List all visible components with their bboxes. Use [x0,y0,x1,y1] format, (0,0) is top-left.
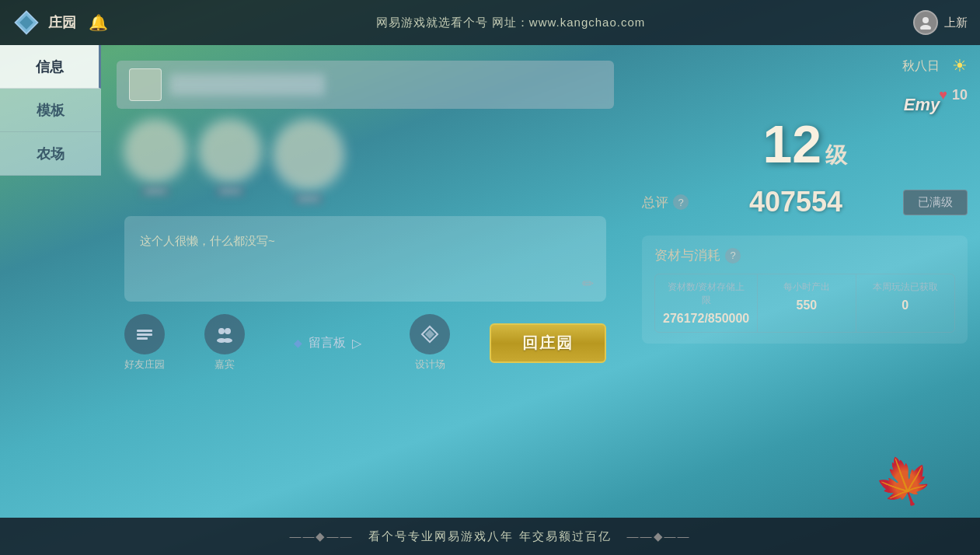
avatar-item-2: label [199,120,261,197]
diamond-icon: ◆ [294,337,302,349]
rating-row: 总评 ? 407554 已满级 [642,186,968,218]
avatar-img-1 [124,120,187,182]
emy-card: Emy [871,53,972,115]
svg-rect-5 [137,333,152,336]
sidebar-item-farm-label: 农场 [37,145,65,163]
sidebar-item-template[interactable]: 模板 [0,89,101,132]
max-level-badge: 已满级 [903,190,968,215]
avatar-item-3: label [274,120,344,205]
friend-manor-button[interactable]: 好友庄园 [124,314,165,372]
resource-storage-value: 276172/850000 [663,312,749,326]
sidebar-item-info-label: 信息 [36,58,64,76]
rating-label-group: 总评 ? [642,194,689,211]
rating-value: 407554 [749,186,842,218]
svg-point-3 [920,25,931,30]
avatar-label-2: label [215,185,244,197]
rating-label-text: 总评 [642,194,668,211]
avatar-item-1: label [124,120,187,197]
sidebar-item-template-label: 模板 [37,101,65,120]
top-banner-center-text: 网易游戏就选看个号 网址：www.kangchao.com [108,16,913,30]
resource-hourly-label: 每小时产出 [766,281,847,294]
resources-grid: 资材数/资材存储上限 276172/850000 每小时产出 550 本周玩法已… [654,274,955,333]
message-board-play-icon: ▷ [352,336,361,351]
svg-point-2 [922,17,929,23]
info-section: 秋八日 ☀ ♥ 10 12 级 总评 ? 407554 已满级 资材与消耗 ? [630,45,980,518]
friend-manor-icon [124,314,165,354]
bell-icon[interactable]: 🔔 [89,13,108,32]
bottom-banner-text: 看个号专业网易游戏八年 年交易额过百亿 [368,529,611,544]
action-buttons-row: 好友庄园 嘉宾 ◆ 留言板 ▷ 设计场 回庄园 [124,314,606,372]
logo-icon [12,9,40,37]
level-display: 12 级 [642,117,968,170]
sidebar-item-farm[interactable]: 农场 [0,132,101,176]
resources-section: 资材与消耗 ? 资材数/资材存储上限 276172/850000 每小时产出 5… [642,236,968,344]
svg-rect-6 [137,337,148,340]
banner-divider-right: ——◆—— [627,529,691,543]
sidebar-item-info[interactable]: 信息 [0,45,101,89]
resource-hourly-value: 550 [766,298,847,312]
account-icon[interactable] [913,10,938,35]
svg-point-8 [225,328,231,334]
guest-button[interactable]: 嘉宾 [204,314,245,372]
resource-cell-hourly: 每小时产出 550 [758,274,856,332]
bio-edit-icon[interactable]: ✏ [582,275,594,292]
main-content: label label label 这个人很懒，什么都没写~ ✏ 好友庄园 [101,45,980,518]
svg-point-7 [218,328,225,334]
profile-section: label label label 这个人很懒，什么都没写~ ✏ 好友庄园 [101,45,630,518]
sidebar: 信息 模板 农场 [0,45,101,518]
top-banner-right-label: 上新 [944,16,968,30]
design-icon [410,314,450,354]
svg-rect-4 [137,330,152,332]
rating-question-mark[interactable]: ? [673,194,689,210]
bottom-banner: ——◆—— 看个号专业网易游戏八年 年交易额过百亿 ——◆—— [0,518,980,555]
profile-avatar-small [129,68,162,101]
avatar-label-3: label [294,193,323,205]
bio-box: 这个人很懒，什么都没写~ ✏ [124,216,606,302]
avatar-label-1: label [141,185,169,197]
profile-avatars-row: label label label [117,120,614,205]
banner-divider-left: ——◆—— [289,529,353,543]
guest-icon [204,314,245,354]
top-banner-left: 庄园 🔔 [12,9,108,37]
guest-label: 嘉宾 [214,358,235,372]
resource-weekly-label: 本周玩法已获取 [864,281,947,294]
resource-cell-weekly: 本周玩法已获取 0 [856,274,954,332]
resources-title-text: 资材与消耗 [654,246,720,264]
profile-name-bar [117,61,614,109]
resource-weekly-value: 0 [864,298,947,312]
bio-text: 这个人很懒，什么都没写~ [140,234,275,247]
avatar-img-3 [274,120,344,190]
resource-cell-storage: 资材数/资材存储上限 276172/850000 [655,274,758,332]
svg-point-10 [223,338,232,343]
profile-name-text [169,74,325,96]
resources-question-mark[interactable]: ? [725,248,741,264]
message-board-button[interactable]: ◆ 留言板 ▷ [284,330,371,356]
level-number: 12 [762,114,821,173]
design-label: 设计场 [415,358,445,372]
friend-manor-label: 好友庄园 [124,358,165,372]
manor-title: 庄园 [48,13,76,32]
message-board-label: 留言板 [309,335,346,351]
resources-title: 资材与消耗 ? [654,246,955,264]
design-button[interactable]: 设计场 [410,314,450,372]
level-suffix: 级 [825,143,847,167]
emy-text: Emy [904,95,940,115]
top-banner: 庄园 🔔 网易游戏就选看个号 网址：www.kangchao.com 上新 [0,0,980,45]
avatar-img-2 [199,120,261,182]
return-button[interactable]: 回庄园 [490,323,606,363]
top-banner-right: 上新 [913,10,968,35]
resource-storage-label: 资材数/资材存储上限 [663,281,749,307]
